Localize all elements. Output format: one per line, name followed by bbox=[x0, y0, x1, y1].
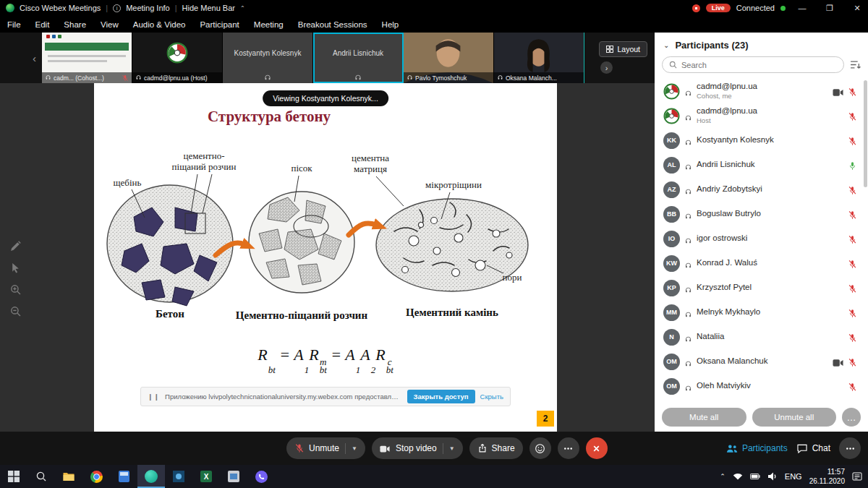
mic-muted-icon[interactable] bbox=[848, 283, 857, 293]
network-icon[interactable] bbox=[733, 472, 743, 481]
mic-on-icon[interactable] bbox=[848, 160, 857, 170]
reactions-button[interactable] bbox=[529, 437, 551, 459]
chevron-down-icon[interactable]: ▼ bbox=[352, 445, 357, 452]
menu-view[interactable]: View bbox=[101, 20, 119, 29]
shared-content-stage: Viewing Kostyantyn Kolesnyk... Структура… bbox=[0, 83, 655, 432]
file-explorer-icon[interactable] bbox=[55, 465, 82, 488]
menu-help[interactable]: Help bbox=[382, 20, 399, 29]
language-indicator[interactable]: ENG bbox=[785, 472, 802, 481]
clock[interactable]: 11:57 26.11.2020 bbox=[809, 467, 845, 486]
participants-toggle-button[interactable]: Participants bbox=[726, 437, 788, 459]
viber-icon[interactable] bbox=[247, 465, 275, 488]
sort-icon[interactable] bbox=[850, 60, 861, 69]
participant-row[interactable]: MMMelnyk Mykhaylo bbox=[655, 300, 863, 325]
start-button[interactable] bbox=[0, 465, 27, 488]
menu-breakout-sessions[interactable]: Breakout Sessions bbox=[298, 20, 367, 29]
select-icon[interactable] bbox=[10, 262, 21, 273]
mic-muted-icon[interactable] bbox=[848, 136, 857, 145]
filmstrip-prev-icon[interactable]: ‹ bbox=[0, 33, 42, 83]
tray-expand-icon[interactable]: ⌃ bbox=[720, 473, 726, 480]
paint-app-icon[interactable] bbox=[220, 465, 247, 488]
time: 11:57 bbox=[809, 467, 845, 476]
participant-row[interactable]: AZAndriy Zdobytskyi bbox=[655, 177, 863, 202]
participant-search[interactable] bbox=[662, 56, 844, 73]
excel-icon[interactable]: X bbox=[192, 465, 220, 488]
participant-row[interactable]: IOigor ostrowski bbox=[655, 226, 863, 251]
video-thumbnail[interactable]: Andrii Lisnichuk bbox=[313, 33, 404, 83]
stop-share-button[interactable]: Закрыть доступ bbox=[407, 390, 475, 403]
photos-app-icon[interactable] bbox=[165, 465, 192, 488]
search-icon[interactable] bbox=[27, 465, 55, 488]
mic-muted-icon[interactable] bbox=[848, 333, 857, 342]
webex-icon[interactable] bbox=[137, 465, 165, 488]
video-thumbnail[interactable]: Oksana Malanch... bbox=[494, 33, 584, 83]
more-options-button[interactable] bbox=[558, 437, 579, 459]
chat-toggle-button[interactable]: Chat bbox=[796, 437, 830, 459]
system-tray: ⌃ ENG 11:57 26.11.2020 bbox=[720, 467, 868, 486]
layout-button[interactable]: Layout bbox=[599, 41, 647, 57]
mic-muted-icon[interactable] bbox=[848, 259, 857, 268]
video-thumbnail[interactable]: Pavlo Tymoshchuk bbox=[404, 33, 494, 83]
participant-row[interactable]: OMOksana Malanchuk bbox=[655, 349, 863, 374]
menu-file[interactable]: File bbox=[7, 20, 21, 29]
panel-more-button[interactable] bbox=[839, 437, 861, 459]
participant-row[interactable]: KPKrzysztof Pytel bbox=[655, 275, 863, 300]
scrollbar[interactable] bbox=[864, 80, 867, 398]
menu-participant[interactable]: Participant bbox=[200, 20, 239, 29]
filmstrip-next-icon[interactable]: › bbox=[600, 61, 613, 74]
volume-icon[interactable] bbox=[767, 472, 778, 481]
video-thumbnail[interactable]: cadmd@lpnu.ua (Host) bbox=[132, 33, 223, 83]
participants-more-button[interactable]: … bbox=[842, 408, 861, 427]
meeting-info-button[interactable]: Meeting Info bbox=[126, 4, 170, 12]
video-thumbnail[interactable]: cadm... (Cohost...) bbox=[42, 33, 132, 83]
mic-muted-icon[interactable] bbox=[848, 308, 857, 317]
unmute-button[interactable]: Unmute ▼ bbox=[286, 437, 365, 459]
participants-toggle-label: Participants bbox=[742, 443, 788, 453]
participant-row[interactable]: KWKonrad J. Waluś bbox=[655, 251, 863, 275]
headset-icon bbox=[684, 186, 692, 194]
hide-menu-bar-button[interactable]: Hide Menu Bar bbox=[182, 4, 235, 12]
menu-edit[interactable]: Edit bbox=[35, 20, 50, 29]
search-input[interactable] bbox=[681, 61, 837, 69]
close-button[interactable]: ✕ bbox=[846, 0, 868, 16]
chrome-icon[interactable] bbox=[82, 465, 110, 488]
video-thumbnail[interactable]: Kostyantyn Kolesnyk bbox=[223, 33, 313, 83]
participant-row[interactable]: KKKostyantyn Kolesnyk bbox=[655, 128, 863, 153]
hide-notice-link[interactable]: Скрыть bbox=[480, 393, 503, 401]
menu-audio-video[interactable]: Audio & Video bbox=[133, 20, 186, 29]
participant-row[interactable]: OMOleh Matviykiv bbox=[655, 374, 863, 398]
participant-row[interactable]: NNataliia bbox=[655, 325, 863, 349]
zoom-in-icon[interactable] bbox=[10, 284, 21, 295]
annotate-icon[interactable] bbox=[10, 241, 21, 252]
battery-icon[interactable] bbox=[750, 472, 760, 481]
minimize-button[interactable]: — bbox=[791, 0, 813, 16]
participants-header[interactable]: ⌄ Participants (23) bbox=[655, 33, 868, 55]
mic-muted-icon[interactable] bbox=[848, 185, 857, 194]
notifications-icon[interactable] bbox=[852, 472, 862, 481]
unmute-all-button[interactable]: Unmute all bbox=[752, 408, 837, 427]
chevron-down-icon[interactable]: ▼ bbox=[449, 445, 455, 452]
info-icon: i bbox=[113, 4, 121, 12]
maximize-button[interactable]: ❐ bbox=[819, 0, 841, 16]
mic-muted-icon[interactable] bbox=[848, 87, 857, 96]
leave-meeting-button[interactable] bbox=[586, 437, 608, 459]
menu-share[interactable]: Share bbox=[64, 20, 86, 29]
share-button[interactable]: Share bbox=[469, 437, 523, 459]
mic-muted-icon[interactable] bbox=[848, 111, 857, 121]
participant-row[interactable]: cadmd@lpnu.uaHost bbox=[655, 103, 863, 128]
zoom-out-icon[interactable] bbox=[10, 306, 21, 317]
participant-row[interactable]: ALAndrii Lisnichuk bbox=[655, 153, 863, 177]
mic-muted-icon[interactable] bbox=[848, 382, 857, 391]
mic-muted-icon[interactable] bbox=[848, 357, 857, 367]
participant-row[interactable]: BBBoguslaw Butrylo bbox=[655, 202, 863, 226]
blue-file-app-icon[interactable] bbox=[110, 465, 137, 488]
mic-muted-icon[interactable] bbox=[848, 210, 857, 219]
participant-row[interactable]: cadmd@lpnu.uaCohost, me bbox=[655, 79, 863, 103]
mic-muted-icon[interactable] bbox=[848, 234, 857, 244]
menu-meeting[interactable]: Meeting bbox=[254, 20, 284, 29]
layout-button-label: Layout bbox=[617, 45, 640, 53]
caption-rozchyn: Цементно-піщаний розчин bbox=[236, 309, 368, 321]
stop-video-button[interactable]: Stop video ▼ bbox=[372, 437, 463, 459]
mute-all-button[interactable]: Mute all bbox=[662, 408, 746, 427]
participant-role: Host bbox=[697, 116, 843, 124]
